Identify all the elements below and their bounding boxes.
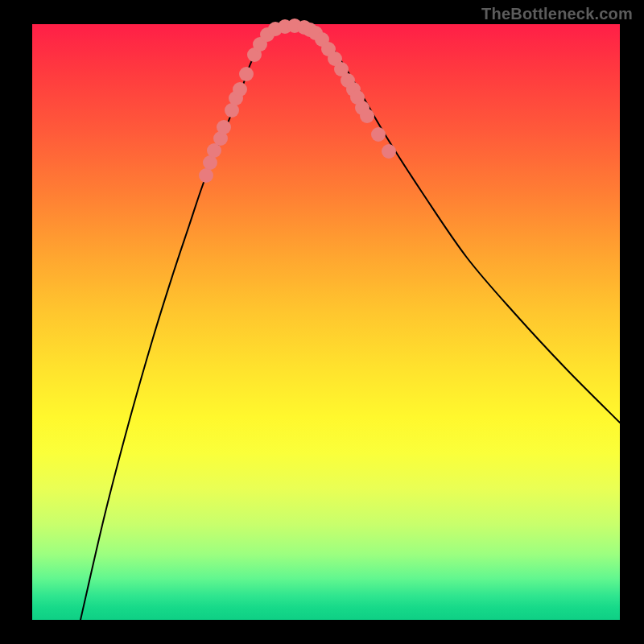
plot-area xyxy=(32,24,620,620)
marker-dot xyxy=(217,120,231,134)
marker-dot xyxy=(371,127,386,142)
marker-dot xyxy=(382,144,396,159)
marker-dot xyxy=(233,82,247,97)
bottleneck-curve xyxy=(80,26,620,620)
marker-dot xyxy=(239,67,254,81)
curve-layer xyxy=(32,24,620,620)
marker-dot xyxy=(199,168,213,183)
chart-frame: TheBottleneck.com xyxy=(0,0,644,644)
watermark-text: TheBottleneck.com xyxy=(481,5,633,23)
marker-dot xyxy=(360,109,374,123)
marker-group xyxy=(199,19,396,183)
